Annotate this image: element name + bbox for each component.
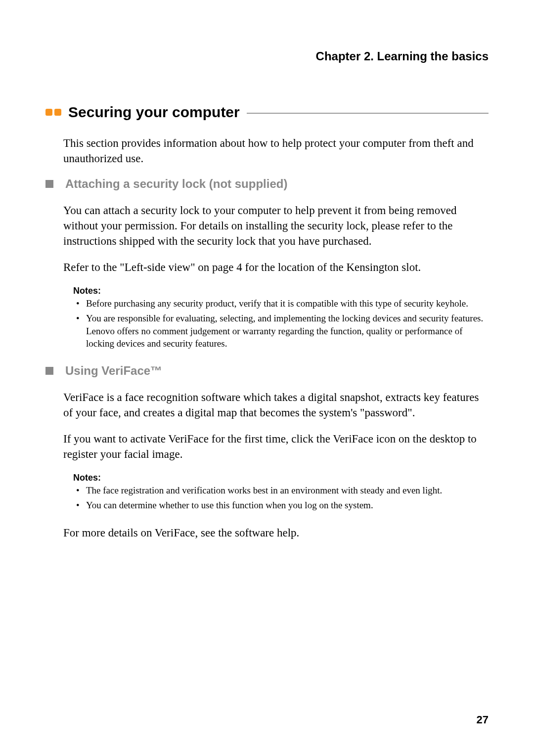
notes-label: Notes:	[73, 473, 489, 483]
square-bullet-icon	[45, 367, 53, 375]
sub2-notes-list: The face registration and verification w…	[73, 484, 489, 511]
section-bullet-icon	[45, 109, 61, 116]
list-item: The face registration and verification w…	[73, 484, 489, 497]
page-number: 27	[477, 713, 489, 726]
list-item: You can determine whether to use this fu…	[73, 499, 489, 512]
sub2-paragraph-2: If you want to activate VeriFace for the…	[63, 431, 489, 462]
sub2-notes-block: Notes: The face registration and verific…	[73, 473, 489, 511]
section-title-row: Securing your computer	[45, 104, 489, 121]
section-title: Securing your computer	[68, 104, 240, 121]
subsection-2-title: Using VeriFace™	[65, 364, 162, 378]
sub1-notes-block: Notes: Before purchasing any security pr…	[73, 286, 489, 350]
sub1-notes-list: Before purchasing any security product, …	[73, 297, 489, 350]
subsection-1-title: Attaching a security lock (not supplied)	[65, 177, 287, 191]
notes-label: Notes:	[73, 286, 489, 296]
subsection-2-heading: Using VeriFace™	[45, 364, 489, 378]
title-rule	[247, 113, 489, 114]
intro-paragraph: This section provides information about …	[63, 135, 489, 166]
sub1-paragraph-2: Refer to the "Left-side view" on page 4 …	[63, 260, 489, 275]
document-page: Chapter 2. Learning the basics Securing …	[0, 0, 534, 581]
chapter-header: Chapter 2. Learning the basics	[45, 49, 489, 63]
subsection-1-heading: Attaching a security lock (not supplied)	[45, 177, 489, 191]
list-item: You are responsible for evaluating, sele…	[73, 312, 489, 350]
square-bullet-icon	[45, 180, 53, 188]
sub2-paragraph-3: For more details on VeriFace, see the so…	[63, 525, 489, 540]
list-item: Before purchasing any security product, …	[73, 297, 489, 310]
sub2-paragraph-1: VeriFace is a face recognition software …	[63, 390, 489, 420]
sub1-paragraph-1: You can attach a security lock to your c…	[63, 203, 489, 249]
